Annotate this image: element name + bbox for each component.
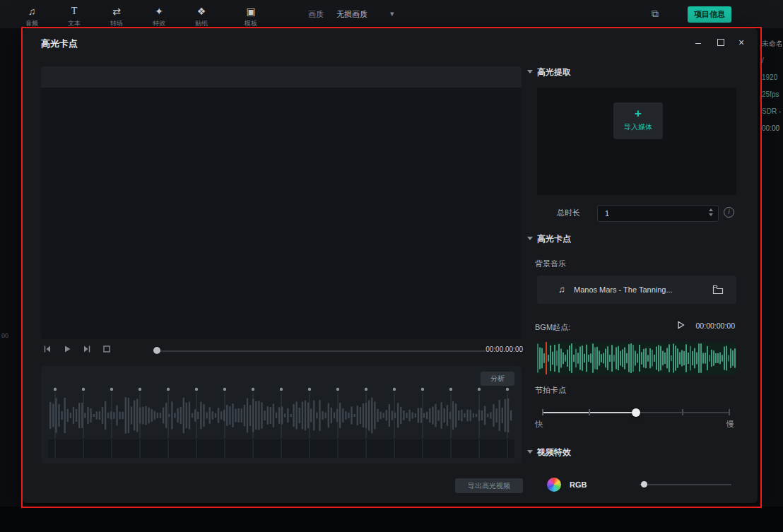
- bgm-label: 背景音乐: [535, 259, 566, 269]
- section-video-effects[interactable]: 视频特效: [527, 447, 571, 459]
- seek-handle[interactable]: [153, 347, 160, 354]
- project-name: 未命名: [762, 35, 783, 52]
- project-meta-column: 未命名 / 1920 25fps SDR - 00:00: [762, 35, 783, 137]
- info-icon[interactable]: i: [724, 207, 734, 218]
- dialog-title: 高光卡点: [41, 37, 78, 50]
- bgm-playhead[interactable]: [546, 342, 547, 374]
- duration-stepper[interactable]: [709, 208, 713, 216]
- section-expand-icon: [527, 237, 533, 240]
- toolbar-item-text[interactable]: T 文本: [59, 6, 90, 28]
- bgm-waveform-bars: [537, 342, 736, 374]
- segment-strip[interactable]: [48, 439, 514, 458]
- skip-forward-icon: [82, 344, 92, 354]
- toolbar-label: 特效: [143, 19, 175, 28]
- segment-gridlines: [48, 439, 514, 458]
- effects-icon: ✦: [143, 6, 175, 17]
- seek-bar[interactable]: [156, 350, 485, 352]
- chevron-down-icon[interactable]: ▾: [390, 9, 394, 18]
- close-button[interactable]: ×: [735, 36, 748, 49]
- minimize-button[interactable]: –: [692, 36, 705, 49]
- preview-header-bar: [41, 66, 522, 88]
- text-icon: T: [59, 6, 90, 17]
- bottom-timeline-area: [0, 507, 783, 532]
- transition-icon: ⇄: [101, 6, 132, 17]
- toolbar-item-transition[interactable]: ⇄ 转场: [101, 6, 132, 28]
- import-media-label: 导入媒体: [613, 122, 663, 132]
- duration-input[interactable]: 1: [597, 205, 719, 222]
- stepper-down-icon: [709, 213, 713, 216]
- toolbar-item-sticker[interactable]: ❖ 贴纸: [186, 6, 217, 28]
- effect-name: RGB: [570, 480, 587, 489]
- section-highlight-extract[interactable]: 高光提取: [527, 66, 571, 78]
- import-media-button[interactable]: + 导入媒体: [613, 102, 663, 139]
- maximize-button[interactable]: [714, 36, 727, 49]
- toolbar-label: 转场: [101, 19, 132, 28]
- analyze-button[interactable]: 分析: [481, 372, 514, 386]
- media-drop-zone[interactable]: + 导入媒体: [537, 88, 736, 195]
- toolbar-label: 音频: [16, 19, 47, 28]
- stepper-up-icon: [709, 208, 713, 211]
- toolbar-item-effects[interactable]: ✦ 特效: [143, 6, 175, 28]
- slider-tick: [729, 409, 730, 415]
- export-highlight-button[interactable]: 导出高光视频: [455, 478, 523, 493]
- skip-back-icon: [42, 344, 52, 354]
- toolbar-label: 文本: [59, 19, 90, 28]
- stop-icon: [102, 344, 112, 354]
- slider-tick: [589, 409, 590, 415]
- sticker-icon: ❖: [186, 6, 217, 17]
- music-picker-row[interactable]: ♫ Manos Mars - The Tanning...: [537, 276, 736, 304]
- timeline-ruler-tick: 00: [1, 332, 8, 339]
- project-info-button[interactable]: 项目信息: [688, 6, 731, 23]
- meta-duration: 00:00: [762, 120, 783, 137]
- layout-panel-icon[interactable]: ⧉: [652, 8, 659, 20]
- skip-back-button[interactable]: [42, 344, 55, 355]
- effect-intensity-handle[interactable]: [641, 481, 647, 487]
- slider-tick: [542, 409, 543, 415]
- folder-icon[interactable]: [712, 285, 724, 295]
- toolbar-label: 贴纸: [186, 19, 217, 28]
- section-title: 高光提取: [537, 67, 571, 77]
- beat-density-label: 节拍卡点: [535, 385, 566, 396]
- slider-fast-label: 快: [535, 419, 543, 430]
- bgm-start-label: BGM起点:: [535, 322, 570, 333]
- meta-colorspace: SDR -: [762, 103, 783, 120]
- music-note-icon: ♫: [16, 6, 47, 17]
- meta-resolution: 1920: [762, 69, 783, 86]
- section-highlight-beat[interactable]: 高光卡点: [527, 233, 571, 245]
- toolbar-item-template[interactable]: ▣ 模板: [235, 6, 266, 28]
- color-wheel-icon: [547, 478, 561, 492]
- section-expand-icon: [527, 70, 533, 73]
- duration-label: 总时长: [557, 208, 580, 218]
- slider-slow-label: 慢: [726, 419, 734, 430]
- quality-label: 画质: [308, 9, 324, 20]
- beat-speed-handle[interactable]: [632, 408, 640, 417]
- highlight-beat-dialog: 高光卡点 – × 00:: [23, 28, 758, 503]
- audio-waveform[interactable]: [49, 394, 513, 437]
- section-title: 高光卡点: [537, 234, 571, 244]
- skip-forward-button[interactable]: [82, 344, 95, 355]
- dialog-sidebar: 高光提取 + 导入媒体 总时长 1 i 高光卡点 背景音乐: [526, 66, 738, 499]
- section-title: 视频特效: [537, 447, 571, 457]
- toolbar-label: 模板: [235, 19, 266, 28]
- track-name: Manos Mars - The Tanning...: [574, 285, 673, 294]
- stop-button[interactable]: [102, 344, 114, 355]
- toolbar-item-audio[interactable]: ♫ 音频: [16, 6, 47, 28]
- template-icon: ▣: [235, 6, 266, 17]
- video-preview: [41, 66, 522, 339]
- bgm-waveform[interactable]: [537, 342, 736, 374]
- meta-framerate: 25fps: [762, 86, 783, 103]
- beat-analysis-panel: 分析: [41, 366, 522, 463]
- duration-value: 1: [605, 209, 609, 218]
- music-note-icon: ♫: [558, 284, 565, 295]
- quality-dropdown[interactable]: 无损画质: [336, 9, 367, 20]
- bgm-start-time: 00:00:00:00: [678, 321, 735, 330]
- effect-intensity-slider[interactable]: [640, 484, 731, 485]
- maximize-icon: [717, 39, 724, 46]
- app-window: ♫ 音频 T 文本 ⇄ 转场 ✦ 特效 ❖ 贴纸 ▣ 模板 画质 无损画质 ▾ …: [0, 0, 783, 532]
- play-icon: [62, 344, 72, 354]
- play-button[interactable]: [62, 344, 75, 355]
- section-expand-icon: [527, 450, 533, 454]
- playback-time: 00:00.00:00: [447, 345, 523, 353]
- top-toolbar: ♫ 音频 T 文本 ⇄ 转场 ✦ 特效 ❖ 贴纸 ▣ 模板 画质 无损画质 ▾ …: [0, 0, 783, 28]
- meta-sep: /: [762, 52, 783, 69]
